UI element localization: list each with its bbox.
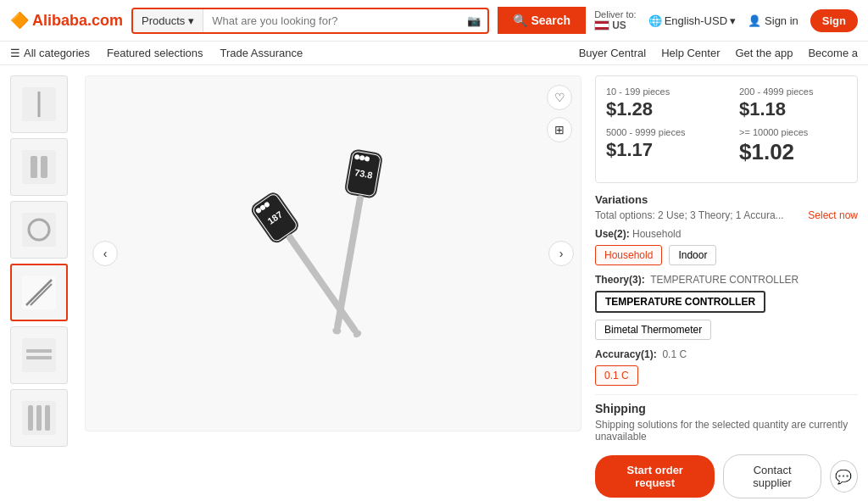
thumbnail-5[interactable]	[10, 326, 68, 384]
thumbnail-list	[10, 75, 71, 498]
sign-up-button[interactable]: Sign	[810, 9, 858, 32]
get-app-link[interactable]: Get the app	[736, 47, 793, 59]
svg-rect-16	[45, 405, 50, 431]
use-variation-group: Use(2): Household Household Indoor	[595, 228, 858, 265]
theory-option-temp-controller[interactable]: TEMPERATURE CONTROLLER	[595, 291, 765, 313]
variations-subtitle: Total options: 2 Use; 3 Theory; 1 Accura…	[595, 209, 784, 221]
search-button[interactable]: 🔍 Search	[498, 7, 586, 34]
header-right: Deliver to: US 🌐 English-USD ▾ 👤 Sign in…	[594, 9, 858, 32]
prev-image-button[interactable]: ‹	[92, 241, 118, 266]
next-image-button[interactable]: ›	[548, 241, 574, 266]
variations-title: Variations	[595, 193, 648, 206]
product-info: 10 - 199 pieces $1.28 200 - 4999 pieces …	[595, 75, 858, 498]
accuracy-label: Accuracy(1): 0.1 C	[595, 348, 858, 360]
thumbnail-3[interactable]	[10, 201, 68, 259]
theory-label: Theory(3): TEMPERATURE CONTROLLER	[595, 274, 858, 286]
start-order-button[interactable]: Start order request	[595, 455, 715, 498]
price-tier-4: >= 10000 pieces $1.02	[739, 127, 847, 165]
become-a-link[interactable]: Become a	[808, 47, 858, 59]
accuracy-option-01c[interactable]: 0.1 C	[595, 365, 638, 386]
language-selector[interactable]: 🌐 English-USD ▾	[648, 14, 736, 27]
price-row-2: 5000 - 9999 pieces $1.17 >= 10000 pieces…	[606, 127, 847, 165]
price-tier-3: 5000 - 9999 pieces $1.17	[606, 127, 714, 165]
chevron-down-icon: ▾	[730, 14, 736, 27]
product-image: 187 73.8	[189, 118, 477, 389]
action-buttons: Start order request Contact supplier 💬	[595, 454, 858, 498]
shipping-section: Shipping Shipping solutions for the sele…	[595, 402, 858, 443]
nav-right: Buyer Central Help Center Get the app Be…	[579, 47, 858, 59]
svg-rect-15	[36, 405, 42, 431]
wishlist-button[interactable]: ♡	[547, 85, 572, 110]
person-icon: 👤	[748, 14, 761, 27]
products-label: Products	[142, 14, 185, 27]
us-flag	[594, 20, 609, 31]
chevron-down-icon: ▾	[188, 14, 194, 27]
svg-rect-4	[41, 156, 47, 178]
theory-options: TEMPERATURE CONTROLLER Bimetal Thermomet…	[595, 291, 858, 340]
search-icon: 🔍	[513, 14, 527, 27]
menu-icon: ☰	[10, 47, 20, 59]
buyer-central-link[interactable]: Buyer Central	[579, 47, 646, 59]
svg-rect-10	[22, 338, 56, 372]
camera-icon[interactable]: 📷	[460, 14, 487, 27]
svg-rect-5	[22, 213, 56, 247]
price-row-1: 10 - 199 pieces $1.28 200 - 4999 pieces …	[606, 86, 847, 120]
thumbnail-6[interactable]	[10, 389, 68, 447]
accuracy-variation-group: Accuracy(1): 0.1 C 0.1 C	[595, 348, 858, 386]
divider	[595, 394, 858, 395]
price-tier-1: 10 - 199 pieces $1.28	[606, 86, 714, 120]
svg-rect-2	[22, 150, 56, 184]
logo-text: Alibaba.com	[32, 12, 123, 30]
svg-rect-12	[26, 356, 52, 359]
theory-variation-group: Theory(3): TEMPERATURE CONTROLLER TEMPER…	[595, 274, 858, 340]
svg-rect-14	[28, 405, 33, 431]
header: 🔶 Alibaba.com Products ▾ 📷 🔍 Search Deli…	[0, 0, 868, 42]
use-options: Household Indoor	[595, 245, 858, 265]
all-categories-menu[interactable]: ☰ All categories	[10, 47, 90, 59]
pricing-section: 10 - 199 pieces $1.28 200 - 4999 pieces …	[595, 75, 858, 183]
shipping-title: Shipping	[595, 402, 858, 415]
featured-selections-link[interactable]: Featured selections	[107, 47, 203, 59]
sign-in-link[interactable]: 👤 Sign in	[748, 14, 798, 27]
contact-supplier-button[interactable]: Contact supplier	[723, 454, 821, 498]
globe-icon: 🌐	[648, 14, 662, 27]
help-center-link[interactable]: Help Center	[661, 47, 720, 59]
theory-option-bimetal[interactable]: Bimetal Thermometer	[595, 320, 711, 340]
variations-section: Variations Total options: 2 Use; 3 Theor…	[595, 193, 858, 386]
svg-rect-31	[334, 195, 364, 330]
svg-rect-11	[26, 349, 52, 353]
main-content: ‹ ♡ ⊞ 187 73.8	[0, 65, 868, 501]
accuracy-options: 0.1 C	[595, 365, 858, 386]
use-option-household[interactable]: Household	[595, 245, 662, 265]
shipping-text: Shipping solutions for the selected quan…	[595, 419, 858, 443]
thumbnail-2[interactable]	[10, 138, 68, 196]
svg-rect-3	[31, 156, 37, 178]
select-now-link[interactable]: Select now	[808, 209, 858, 221]
logo[interactable]: 🔶 Alibaba.com	[10, 11, 123, 30]
product-image-container: ‹ ♡ ⊞ 187 73.8	[85, 75, 581, 431]
nav-bar: ☰ All categories Featured selections Tra…	[0, 42, 868, 65]
products-dropdown[interactable]: Products ▾	[133, 9, 203, 32]
image-actions: ♡ ⊞	[547, 85, 572, 142]
use-option-indoor[interactable]: Indoor	[669, 245, 716, 265]
thumbnail-4[interactable]	[10, 264, 68, 321]
deliver-to: Deliver to: US	[594, 9, 637, 31]
use-label: Use(2): Household	[595, 228, 858, 240]
chat-button[interactable]: 💬	[830, 460, 858, 493]
logo-icon: 🔶	[10, 11, 29, 30]
search-input[interactable]	[203, 9, 460, 32]
search-bar: Products ▾ 📷	[131, 8, 489, 34]
zoom-button[interactable]: ⊞	[547, 117, 572, 142]
trade-assurance-link[interactable]: Trade Assurance	[220, 47, 303, 59]
price-tier-2: 200 - 4999 pieces $1.18	[739, 86, 847, 120]
thumbnail-1[interactable]	[10, 75, 68, 133]
